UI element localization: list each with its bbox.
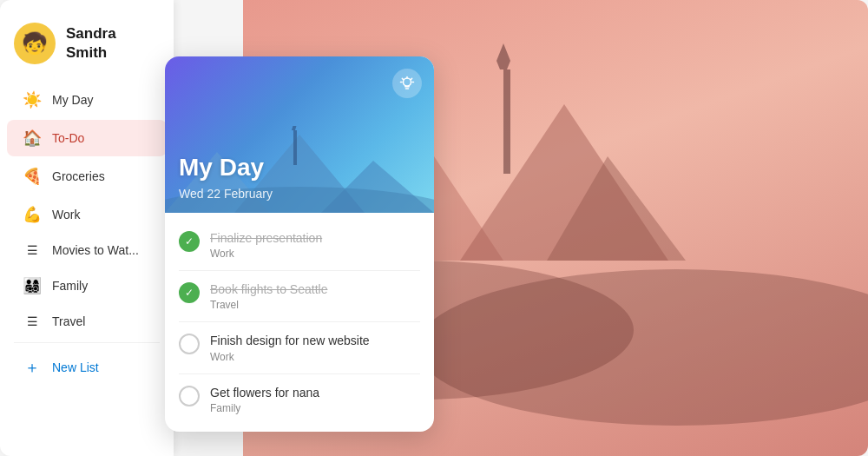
sidebar-label-work: Work (52, 208, 80, 221)
myday-card: My Day Wed 22 February ✓ Finalize presen… (165, 56, 434, 432)
svg-marker-6 (496, 43, 510, 69)
task-list-label: Work (210, 248, 420, 260)
task-check-undone[interactable] (179, 334, 200, 354)
card-task-item[interactable]: ✓ Book flights to Seattle Travel (165, 271, 434, 321)
task-content: Finish design for new website Work (210, 333, 420, 362)
sidebar-label-my-day: My Day (52, 93, 93, 107)
sidebar-item-movies[interactable]: ☰ Movies to Wat... (7, 235, 167, 266)
muscle-icon: 💪 (21, 205, 43, 224)
svg-line-16 (411, 78, 412, 79)
svg-rect-5 (503, 69, 510, 174)
task-content: Book flights to Seattle Travel (210, 281, 420, 311)
sidebar-label-to-do: To-Do (52, 131, 84, 145)
sidebar-item-groceries[interactable]: 🍕 Groceries (7, 158, 167, 195)
avatar: 🧒 (14, 23, 56, 64)
sidebar-item-travel[interactable]: ☰ Travel (7, 306, 167, 337)
task-list-label: Work (210, 351, 420, 363)
new-list-label: New List (52, 360, 99, 374)
myday-title: My Day (179, 154, 264, 182)
svg-line-15 (402, 78, 403, 79)
pizza-icon: 🍕 (21, 167, 43, 186)
sidebar: 🧒 Sandra Smith ☀️ My Day 🏠 To-Do 🍕 Groce… (0, 0, 174, 456)
list-icon: ☰ (21, 243, 43, 257)
task-content: Get flowers for nana Family (210, 385, 420, 414)
lightbulb-button[interactable] (392, 69, 422, 98)
task-check-done[interactable]: ✓ (179, 282, 200, 303)
myday-header: My Day Wed 22 February (165, 56, 434, 213)
sidebar-item-to-do[interactable]: 🏠 To-Do (7, 120, 167, 156)
sidebar-label-movies: Movies to Wat... (52, 243, 139, 257)
sidebar-item-work[interactable]: 💪 Work (7, 196, 167, 233)
card-tasks: ✓ Finalize presentation Work ✓ Book flig… (165, 213, 434, 432)
new-list-button[interactable]: ＋ New List (7, 348, 167, 387)
svg-point-13 (404, 78, 411, 86)
plus-icon: ＋ (21, 357, 43, 378)
user-name: Sandra Smith (66, 24, 160, 63)
task-check-undone[interactable] (179, 386, 200, 406)
card-task-item[interactable]: ✓ Finalize presentation Work (165, 220, 434, 270)
card-task-item[interactable]: Finish design for new website Work (165, 322, 434, 373)
task-name: Book flights to Seattle (210, 281, 420, 297)
sidebar-item-my-day[interactable]: ☀️ My Day (7, 82, 167, 118)
task-list-label: Travel (210, 299, 420, 311)
task-name: Get flowers for nana (210, 385, 420, 400)
myday-date: Wed 22 February (179, 187, 273, 201)
task-list-label: Family (210, 402, 420, 414)
task-name: Finish design for new website (210, 333, 420, 348)
card-task-item[interactable]: Get flowers for nana Family (165, 374, 434, 425)
family-icon: 👨‍👩‍👧‍👦 (21, 276, 43, 295)
task-content: Finalize presentation Work (210, 230, 420, 260)
sidebar-label-family: Family (52, 279, 88, 293)
svg-rect-11 (293, 130, 297, 165)
user-profile[interactable]: 🧒 Sandra Smith (0, 9, 174, 75)
travel-list-icon: ☰ (21, 314, 43, 328)
home-icon: 🏠 (21, 129, 43, 148)
sidebar-item-family[interactable]: 👨‍👩‍👧‍👦 Family (7, 268, 167, 304)
task-name: Finalize presentation (210, 230, 420, 246)
task-check-done[interactable]: ✓ (179, 231, 200, 252)
svg-marker-12 (292, 126, 297, 130)
sun-icon: ☀️ (21, 90, 43, 109)
nav-divider (14, 342, 160, 343)
sidebar-label-travel: Travel (52, 314, 85, 328)
sidebar-label-groceries: Groceries (52, 169, 105, 183)
